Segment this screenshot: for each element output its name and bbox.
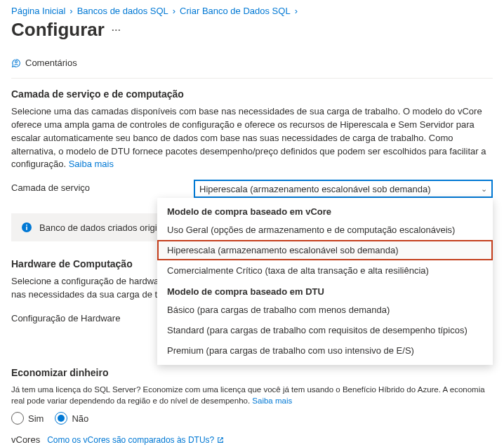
dropdown-item-general-purpose[interactable]: Uso Geral (opções de armazenamento e de …	[157, 220, 493, 240]
svg-point-0	[15, 60, 18, 62]
radio-circle-icon	[55, 412, 67, 425]
chevron-right-icon: ›	[295, 6, 298, 16]
breadcrumb-item-create-sql-db[interactable]: Criar Banco de Dados SQL	[180, 6, 291, 16]
comment-icon	[11, 58, 21, 68]
service-tier-select[interactable]: Hiperescala (armazenamento escalonável s…	[194, 180, 493, 198]
comments-label: Comentários	[25, 58, 77, 68]
service-tier-dropdown: Modelo de compra baseado em vCore Uso Ge…	[157, 198, 493, 365]
toolbar: Comentários	[11, 53, 493, 79]
hardware-desc-line1: Selecione a configuração de hardware cor	[11, 276, 183, 286]
dropdown-group-header: Modelo de compra baseado em DTU	[157, 281, 493, 300]
svg-rect-2	[26, 227, 27, 230]
save-money-title: Economizar dinheiro	[11, 367, 493, 378]
save-money-radio-group: Sim Não	[11, 412, 493, 425]
dropdown-group-header: Modelo de compra baseado em vCore	[157, 201, 493, 220]
save-money-desc-text: Já tem uma licença do SQL Server? Econom…	[11, 385, 485, 405]
info-icon	[21, 222, 32, 233]
dropdown-item-standard[interactable]: Standard (para cargas de trabalho com re…	[157, 320, 493, 340]
service-tier-title: Camada de serviço e de computação	[11, 88, 493, 100]
more-actions-icon[interactable]: ···	[112, 25, 121, 35]
page-title: Configurar	[11, 19, 105, 41]
radio-yes[interactable]: Sim	[11, 412, 44, 425]
breadcrumb: Página Inicial › Bancos de dados SQL › C…	[11, 6, 493, 16]
vcores-label: vCores	[11, 434, 40, 445]
save-money-learn-more-link[interactable]: Saiba mais	[252, 396, 292, 405]
service-tier-row: Camada de serviço Hiperescala (armazenam…	[11, 180, 493, 198]
dropdown-item-business-critical[interactable]: Comercialmente Crítico (taxa de alta tra…	[157, 260, 493, 281]
service-tier-desc: Selecione uma das camadas disponíveis co…	[11, 105, 493, 171]
dropdown-item-hyperscale[interactable]: Hiperescala (armazenamento escalonável s…	[157, 240, 493, 260]
vcores-compare-text: Como os vCores são comparados às DTUs?	[47, 435, 214, 445]
radio-circle-icon	[11, 412, 24, 425]
chevron-down-icon: ⌄	[481, 185, 487, 194]
service-tier-learn-more-link[interactable]: Saiba mais	[69, 159, 114, 169]
dropdown-item-premium[interactable]: Premium (para cargas de trabalho com uso…	[157, 340, 493, 361]
service-tier-label: Camada de serviço	[11, 180, 194, 193]
svg-rect-3	[26, 225, 27, 226]
save-money-desc: Já tem uma licença do SQL Server? Econom…	[11, 384, 493, 406]
vcores-compare-link[interactable]: Como os vCores são comparados às DTUs?	[47, 435, 224, 445]
chevron-right-icon: ›	[173, 6, 175, 16]
radio-no-label: Não	[72, 413, 88, 424]
breadcrumb-item-home[interactable]: Página Inicial	[11, 6, 65, 16]
page-title-row: Configurar ···	[11, 19, 493, 41]
chevron-right-icon: ›	[69, 6, 72, 16]
radio-yes-label: Sim	[28, 413, 44, 424]
comments-button[interactable]: Comentários	[11, 58, 77, 68]
external-link-icon	[217, 436, 224, 443]
dropdown-item-basic[interactable]: Básico (para cargas de trabalho com meno…	[157, 300, 493, 320]
vcores-row: vCores Como os vCores são comparados às …	[11, 434, 493, 445]
service-tier-selected-value: Hiperescala (armazenamento escalonável s…	[199, 184, 431, 194]
radio-no[interactable]: Não	[55, 412, 88, 425]
breadcrumb-item-sql-databases[interactable]: Bancos de dados SQL	[77, 6, 168, 16]
